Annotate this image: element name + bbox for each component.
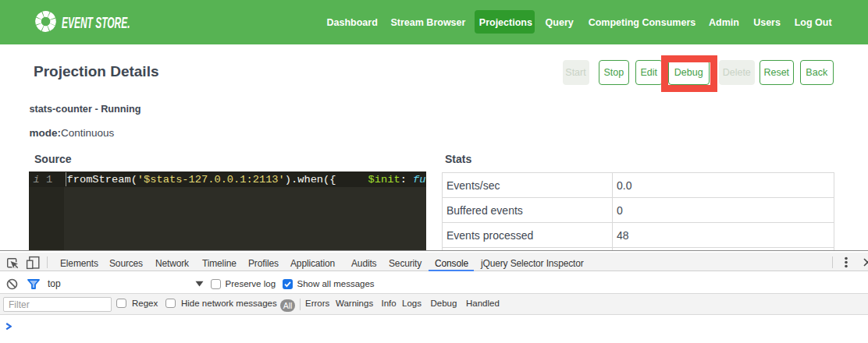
svg-text:EVENT STORE.: EVENT STORE. bbox=[62, 14, 130, 31]
